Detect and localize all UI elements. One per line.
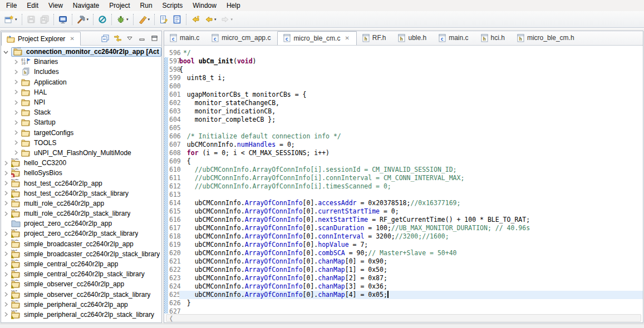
tree-item-simple_broadcaster_cc2640r2lp_stack_library[interactable]: CCSsimple_broadcaster_cc2640r2lp_stack_l…: [1, 249, 161, 259]
code-line-619[interactable]: 619 ubCMConnInfo.ArrayOfConnInfo[0].hopV…: [164, 241, 643, 249]
build-log-button[interactable]: [157, 13, 170, 26]
tree-item-simple_central_cc2640r2lp_app[interactable]: RTSCsimple_central_cc2640r2lp_app: [1, 259, 161, 269]
editor-tab-main.c[interactable]: cmain.c: [433, 31, 475, 45]
chevron-collapsed-icon[interactable]: [3, 302, 11, 307]
chevron-collapsed-icon[interactable]: [3, 161, 11, 166]
code-line-616[interactable]: 616 ubCMConnInfo.ArrayOfConnInfo[0].next…: [164, 216, 643, 224]
editor-tab-micro_ble_cm.c[interactable]: cmicro_ble_cm.c✕: [277, 31, 356, 45]
code-line-603[interactable]: 603 monitor_indicationCB,: [164, 107, 643, 116]
chevron-collapsed-icon[interactable]: [3, 171, 11, 176]
chevron-collapsed-icon[interactable]: [13, 110, 21, 115]
launch-button[interactable]: [96, 13, 109, 26]
tree-item-includes[interactable]: hIncludes: [1, 67, 161, 77]
tree-item-simple_observer_cc2640r2lp_stack_library[interactable]: CCSsimple_observer_cc2640r2lp_stack_libr…: [1, 290, 161, 300]
chevron-collapsed-icon[interactable]: [13, 59, 21, 64]
code-line-604[interactable]: 604 monitor_completeCB };: [164, 116, 643, 124]
tree-item-npi[interactable]: NPI: [1, 97, 161, 107]
dropdown-caret-icon[interactable]: ▾: [15, 17, 17, 22]
dropdown-caret-icon[interactable]: ▾: [126, 17, 129, 22]
code-line-620[interactable]: 620 ubCMConnInfo.ArrayOfConnInfo[0].comb…: [164, 249, 643, 257]
menu-scripts[interactable]: Scripts: [158, 1, 188, 11]
tree-item-simple_peripheral_cc2640r2lp_stack_library[interactable]: CCSsimple_peripheral_cc2640r2lp_stack_li…: [1, 310, 161, 320]
tree-item-project_zero_cc2640r2lp_stack_library[interactable]: CCSproject_zero_cc2640r2lp_stack_library: [1, 228, 161, 238]
tree-item-host_test_cc2640r2lp_app[interactable]: RTSChost_test_cc2640r2lp_app: [1, 178, 161, 188]
tree-item-project_zero_cc2640r2lp_app[interactable]: project_zero_cc2640r2lp_app: [1, 218, 161, 228]
tree-item-binaries[interactable]: 1001Binaries: [1, 57, 161, 67]
code-line-599[interactable]: 599 uint8_t i;: [164, 74, 643, 82]
editor-tab-main.c[interactable]: cmain.c: [164, 31, 206, 45]
chevron-collapsed-icon[interactable]: [3, 191, 11, 196]
chevron-collapsed-icon[interactable]: [3, 211, 11, 216]
chevron-collapsed-icon[interactable]: [13, 69, 21, 74]
menu-project[interactable]: Project: [104, 1, 135, 11]
menu-file[interactable]: File: [1, 1, 22, 11]
chevron-collapsed-icon[interactable]: [3, 241, 11, 246]
close-icon[interactable]: ✕: [70, 36, 74, 42]
chevron-collapsed-icon[interactable]: [13, 130, 21, 135]
chevron-collapsed-icon[interactable]: [3, 251, 11, 256]
chevron-collapsed-icon[interactable]: [3, 201, 11, 206]
menu-run[interactable]: Run: [135, 1, 158, 11]
code-line-605[interactable]: 605: [164, 124, 643, 132]
chevron-collapsed-icon[interactable]: [13, 120, 21, 125]
build-hammer-button[interactable]: ▾: [75, 13, 91, 26]
tree-item-unpi_cm_flashonly_multimode[interactable]: uNPI_CM_FlashOnly_MultiMode: [1, 148, 161, 158]
code-line-615[interactable]: 615 ubCMConnInfo.ArrayOfConnInfo[0].curr…: [164, 207, 643, 216]
flash-pen-button[interactable]: ▾: [136, 13, 153, 26]
chevron-collapsed-icon[interactable]: [3, 282, 11, 287]
last-edit-location-button[interactable]: [189, 13, 202, 26]
code-line-624[interactable]: 624 ubCMConnInfo.ArrayOfConnInfo[0].chan…: [164, 282, 643, 291]
code-line-626[interactable]: 626 }: [164, 299, 643, 307]
code-line-610[interactable]: 610 //ubCMConnInfo.ArrayOfConnInfo[i].se…: [164, 166, 643, 174]
code-editor-surface[interactable]: 596 */597bool ubCm_init(void)598{599 uin…: [164, 46, 643, 314]
code-line-608[interactable]: 608 for (i = 0; i < CM_MAX_SESSIONS; i++…: [164, 149, 643, 157]
code-line-627[interactable]: 627: [164, 307, 643, 314]
tree-item-startup[interactable]: Startup: [1, 117, 161, 127]
menu-window[interactable]: Window: [188, 1, 222, 11]
code-line-622[interactable]: 622 ubCMConnInfo.ArrayOfConnInfo[0].chan…: [164, 266, 643, 274]
menu-navigate[interactable]: Navigate: [68, 1, 104, 11]
minimize-icon[interactable]: [137, 34, 146, 43]
chevron-collapsed-icon[interactable]: [3, 312, 11, 317]
chevron-collapsed-icon[interactable]: [13, 150, 21, 155]
tree-item-host_test_cc2640r2lp_stack_library[interactable]: CCShost_test_cc2640r2lp_stack_library: [1, 188, 161, 198]
tree-item-hello_cc3200[interactable]: RTSChello_CC3200: [1, 158, 161, 168]
tree-item-multi_role_cc2640r2lp_app[interactable]: RTSCmulti_role_cc2640r2lp_app: [1, 198, 161, 208]
menu-help[interactable]: Help: [222, 1, 245, 11]
code-line-621[interactable]: 621 ubCMConnInfo.ArrayOfConnInfo[0].chan…: [164, 257, 643, 266]
menu-edit[interactable]: Edit: [22, 1, 43, 11]
debug-bug-button[interactable]: ▾: [114, 13, 131, 26]
chevron-collapsed-icon[interactable]: [3, 262, 11, 267]
chevron-collapsed-icon[interactable]: [13, 140, 21, 145]
code-line-597[interactable]: 597bool ubCm_init(void): [164, 57, 643, 66]
tree-item-hal[interactable]: HAL: [1, 87, 161, 97]
editor-tab-hci.h[interactable]: hhci.h: [475, 31, 512, 45]
code-line-612[interactable]: 612 //ubCMConnInfo.ArrayOfConnInfo[i].ti…: [164, 182, 643, 191]
menu-view[interactable]: View: [43, 1, 68, 11]
chevron-collapsed-icon[interactable]: [3, 231, 11, 236]
chevron-collapsed-icon[interactable]: [3, 292, 11, 297]
view-menu-icon[interactable]: [125, 34, 134, 43]
tree-item-simple_observer_cc2640r2lp_app[interactable]: RTSCsimple_observer_cc2640r2lp_app: [1, 279, 161, 289]
code-line-625[interactable]: 625 ubCMConnInfo.ArrayOfConnInfo[0].chan…: [164, 291, 643, 299]
dropdown-caret-icon[interactable]: ▾: [148, 17, 150, 22]
code-line-613[interactable]: 613: [164, 191, 643, 199]
tree-item-connection_monitor_cc2640r2lp_app[interactable]: RTSCconnection_monitor_cc2640r2lp_app [A…: [1, 47, 161, 57]
collapse-all-icon[interactable]: [101, 34, 110, 43]
editor-tab-uble.h[interactable]: huble.h: [392, 31, 433, 45]
editor-tab-RF.h[interactable]: hRF.h: [357, 31, 393, 45]
chevron-collapsed-icon[interactable]: [3, 181, 11, 186]
tree-item-simple_broadcaster_cc2640r2lp_app[interactable]: RTSCsimple_broadcaster_cc2640r2lp_app: [1, 239, 161, 249]
code-line-601[interactable]: 601 ugapMonitorCBs_t monitorCBs = {: [164, 91, 643, 99]
dropdown-caret-icon[interactable]: ▾: [231, 17, 233, 22]
code-line-602[interactable]: 602 monitor_stateChangeCB,: [164, 99, 643, 107]
tree-item-hellosysbios[interactable]: RTSChelloSysBios: [1, 168, 161, 178]
back-button[interactable]: ▾: [202, 13, 219, 26]
close-icon[interactable]: ✕: [345, 35, 349, 41]
chevron-collapsed-icon[interactable]: [13, 100, 21, 105]
code-line-617[interactable]: 617 ubCMConnInfo.ArrayOfConnInfo[0].scan…: [164, 224, 643, 232]
code-line-600[interactable]: 600: [164, 82, 643, 91]
console-button[interactable]: [56, 13, 70, 26]
tree-item-tools[interactable]: TOOLS: [1, 138, 161, 148]
tab-project-explorer[interactable]: Project Explorer ✕: [1, 32, 81, 46]
